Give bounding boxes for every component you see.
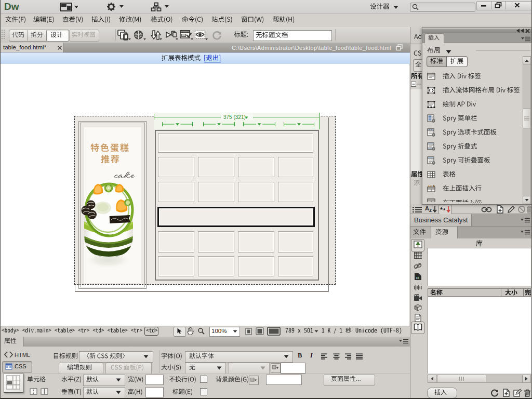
svg-text:Fl: Fl xyxy=(416,276,419,280)
